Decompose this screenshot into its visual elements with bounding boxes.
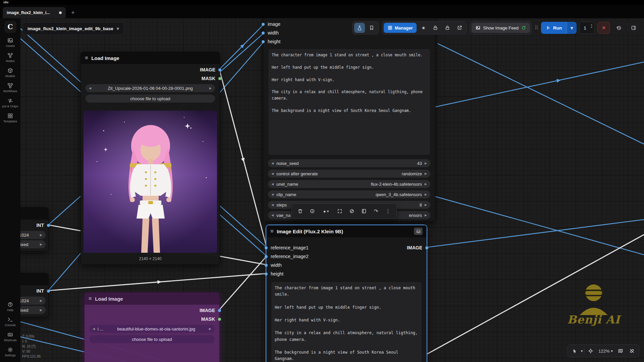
fit-view-button[interactable] <box>586 346 596 356</box>
node-menu-icon[interactable] <box>270 228 273 234</box>
preview-toggle-button[interactable] <box>414 228 423 235</box>
input-slot-reference-image2[interactable]: reference_image2 <box>266 252 427 261</box>
show-image-feed-button[interactable]: Show Image Feed <box>472 23 530 33</box>
load-image-node-header[interactable]: Load Image <box>81 52 220 64</box>
tool-chevron-icon[interactable] <box>581 349 583 353</box>
width-input-dot[interactable] <box>265 264 268 267</box>
more-options-button[interactable] <box>382 205 394 217</box>
unet-name-widget[interactable]: unet_name flux-2-klein-4b.safetensors <box>268 180 430 188</box>
input-slot-reference-image1[interactable]: reference_image1 <box>266 243 427 252</box>
increment-arrow-icon[interactable] <box>40 308 42 312</box>
manager-button[interactable]: Manager <box>384 23 417 33</box>
mask-slot-dot[interactable] <box>218 77 221 80</box>
favorites-button[interactable] <box>418 23 429 33</box>
node-menu-icon[interactable] <box>89 296 92 302</box>
cancel-run-button[interactable] <box>597 22 610 34</box>
comfyui-logo[interactable]: C <box>4 21 16 33</box>
reference-image1-dot[interactable] <box>265 246 268 249</box>
increment-arrow-icon[interactable] <box>40 233 42 237</box>
load-image-node[interactable]: Load Image IMAGE MASK Zit_Upscale-2026-0… <box>80 52 220 265</box>
run-options-button[interactable] <box>567 22 577 34</box>
image-edit-node[interactable]: Image Edit (Flux.2 Klein 9B) IMAGE refer… <box>266 225 427 362</box>
increment-arrow-icon[interactable] <box>425 203 427 206</box>
int-output-dot[interactable] <box>47 224 50 227</box>
decrement-arrow-icon[interactable] <box>271 193 274 196</box>
share-button[interactable] <box>454 23 465 33</box>
zoom-level-control[interactable]: 122% <box>597 349 614 354</box>
prompt-text-widget[interactable]: The character from image 1 stand on stre… <box>271 282 422 362</box>
increment-arrow-icon[interactable] <box>425 214 427 217</box>
prompt-text-widget[interactable]: The character from image 1 stand on stre… <box>268 49 430 155</box>
control-after-generate-widget[interactable]: control after generate randomize <box>268 170 430 178</box>
sidebar-item-templates[interactable]: Templates <box>0 113 20 123</box>
input-slot-height[interactable]: height <box>263 37 435 46</box>
image-input-dot[interactable] <box>262 23 265 26</box>
rerun-node-button[interactable] <box>370 205 382 217</box>
load-image-node-header[interactable]: Load Image <box>85 293 219 305</box>
increment-arrow-icon[interactable] <box>425 172 427 175</box>
clip-name-widget[interactable]: clip_name qwen_3_4b.safetensors <box>268 190 430 198</box>
node-info-button[interactable] <box>307 205 318 217</box>
security-button[interactable] <box>442 23 453 33</box>
choose-file-button[interactable]: choose file to upload <box>86 95 215 103</box>
decrement-arrow-icon[interactable] <box>271 182 274 186</box>
pointer-tool-button[interactable] <box>570 346 580 356</box>
minimap-button[interactable] <box>615 346 626 356</box>
sidebar-item-workflows[interactable]: Workflows <box>0 83 20 93</box>
image-edit-node-header[interactable]: Image Edit (Flux.2 Klein 9B) <box>266 225 427 237</box>
filename-widget[interactable]: i ... beautiful-blue-domes-at-oia-santor… <box>89 325 215 333</box>
increment-icon[interactable] <box>590 23 593 26</box>
sidebar-item-settings[interactable]: Settings <box>0 347 20 357</box>
increment-arrow-icon[interactable] <box>425 182 427 186</box>
expand-node-button[interactable] <box>334 205 345 217</box>
sidebar-item-shortcuts[interactable]: Shortcuts <box>0 332 20 342</box>
increment-arrow-icon[interactable] <box>40 299 42 302</box>
sidebar-item-nodes[interactable]: Nodes <box>0 53 20 63</box>
sidebar-item-assets[interactable]: Assets <box>0 38 20 48</box>
delete-node-button[interactable] <box>294 205 306 217</box>
image-slot-dot[interactable] <box>218 68 221 71</box>
decrement-icon[interactable] <box>590 26 593 28</box>
increment-arrow-icon[interactable] <box>425 162 427 165</box>
theme-button[interactable] <box>354 23 365 33</box>
sidebar-item-input-output[interactable]: put & Outpu <box>0 98 20 108</box>
sidebar-item-console[interactable]: Console <box>0 317 20 327</box>
height-input-dot[interactable] <box>262 40 265 43</box>
next-file-arrow-icon[interactable] <box>209 86 212 90</box>
run-history-button[interactable] <box>613 22 625 34</box>
increment-arrow-icon[interactable] <box>425 193 427 196</box>
height-input-dot[interactable] <box>265 273 268 276</box>
bypass-node-button[interactable] <box>346 205 358 217</box>
output-slot-image[interactable]: IMAGE <box>85 306 219 315</box>
batch-count-input[interactable]: 1 <box>579 22 595 34</box>
sidebar-item-help[interactable]: Help <box>0 302 20 312</box>
reference-image2-dot[interactable] <box>265 255 268 258</box>
decrement-arrow-icon[interactable] <box>271 203 274 206</box>
run-button[interactable]: Run <box>541 22 567 34</box>
image-output-dot[interactable] <box>425 246 428 249</box>
node-color-button[interactable] <box>319 205 333 217</box>
new-tab-button[interactable] <box>71 7 75 18</box>
workflow-title-dropdown[interactable]: image_flux2_klein_image_edit_9b_base <box>22 22 124 35</box>
bookmark-button[interactable] <box>366 23 377 33</box>
output-slot-image[interactable]: IMAGE <box>403 243 427 252</box>
load-image-node-2[interactable]: Load Image IMAGE MASK i ... beautiful-bl… <box>84 292 220 362</box>
filename-widget[interactable]: Zit_Upscale-2026-01-06 04-00-28-0001.png <box>86 84 215 92</box>
mask-slot-dot[interactable] <box>218 318 221 321</box>
toggle-panel-button[interactable] <box>628 22 640 34</box>
workflow-tab[interactable]: image_flux2_klein_i... <box>3 7 66 18</box>
increment-arrow-icon[interactable] <box>40 243 42 246</box>
decrement-arrow-icon[interactable] <box>271 172 274 175</box>
output-slot-mask[interactable]: MASK <box>81 74 220 83</box>
input-slot-width[interactable]: width <box>266 261 427 269</box>
next-file-arrow-icon[interactable] <box>209 327 211 330</box>
sampler-node[interactable]: image width height The character from im… <box>263 17 435 222</box>
decrement-arrow-icon[interactable] <box>271 162 274 165</box>
int-output-dot[interactable] <box>47 290 50 293</box>
prev-file-arrow-icon[interactable] <box>89 86 91 90</box>
output-slot-mask[interactable]: MASK <box>85 315 219 323</box>
menu-drag-handle[interactable] <box>535 25 538 31</box>
node-context-toolbar[interactable] <box>291 203 397 219</box>
prev-file-arrow-icon[interactable] <box>93 327 95 330</box>
noise-seed-widget[interactable]: noise_seed 43 <box>268 159 430 167</box>
